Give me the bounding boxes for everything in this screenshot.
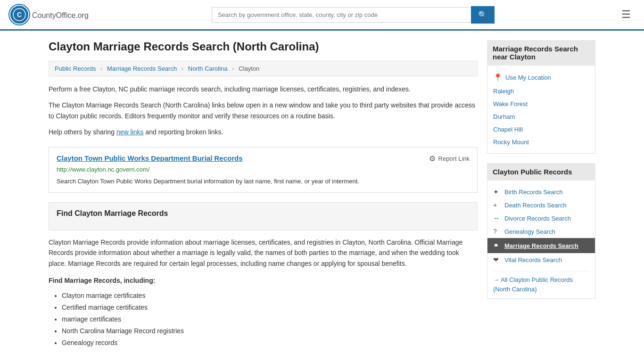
sidebar-link-label: Genealogy Search: [504, 228, 555, 235]
sidebar: Marriage Records Search near Clayton 📍 U…: [487, 40, 595, 356]
record-desc: Search Clayton Town Public Works Departm…: [57, 177, 470, 186]
sidebar-active-item[interactable]: ⚭Marriage Records Search: [487, 238, 595, 253]
find-list: Clayton marriage certificatesCertified m…: [49, 290, 478, 349]
sidebar-link-icon: +: [493, 201, 501, 209]
report-label: Report Link: [438, 155, 470, 162]
record-link-block: Clayton Town Public Works Department Bur…: [49, 147, 478, 193]
breadcrumb-public-records[interactable]: Public Records: [55, 65, 96, 72]
sidebar-link-item[interactable]: ↔Divorce Records Search: [493, 212, 589, 225]
breadcrumb-clayton: Clayton: [239, 65, 259, 72]
record-link-header: Clayton Town Public Works Department Bur…: [57, 154, 470, 163]
nearby-link[interactable]: Raleigh: [493, 85, 589, 98]
description-1: Perform a free Clayton, NC public marria…: [49, 84, 478, 94]
nearby-links: RaleighWake ForestDurhamChapel HillRocky…: [493, 85, 589, 148]
public-records-section: Clayton Public Records ✦Birth Records Se…: [487, 163, 595, 299]
logo-icon: C: [9, 5, 29, 25]
nearby-link[interactable]: Durham: [493, 110, 589, 123]
breadcrumb-sep-1: ›: [100, 65, 102, 72]
description-2: The Clayton Marriage Records Search (Nor…: [49, 100, 478, 121]
sidebar-link-icon: ↔: [493, 214, 501, 222]
find-section-body: Clayton Marriage Records provide informa…: [49, 230, 478, 356]
sidebar-link-icon: ✦: [493, 188, 501, 196]
help-text: Help others by sharing new links and rep…: [49, 127, 478, 137]
find-list-item: Certified marriage certificates: [62, 302, 478, 313]
public-records-links: ✦Birth Records Search+Death Records Sear…: [493, 185, 589, 266]
nearby-body: 📍 Use My Location RaleighWake ForestDurh…: [487, 66, 595, 154]
find-section-title: Find Clayton Marriage Records: [57, 209, 470, 218]
breadcrumb: Public Records › Marriage Records Search…: [49, 61, 478, 76]
report-link-button[interactable]: ⚙ Report Link: [429, 154, 470, 163]
sidebar-link-item[interactable]: ?Genealogy Search: [493, 225, 589, 238]
use-location-button[interactable]: 📍 Use My Location: [493, 70, 589, 85]
site-header: C CountyOffice.org 🔍 ☰: [0, 0, 644, 31]
all-records-label: All Clayton Public Records (North Caroli…: [493, 276, 573, 293]
help-text-after: and reporting broken links.: [145, 128, 223, 136]
search-button[interactable]: 🔍: [471, 6, 495, 24]
sidebar-link-item[interactable]: +Death Records Search: [493, 198, 589, 212]
use-location-label: Use My Location: [505, 74, 551, 81]
help-text-before: Help others by sharing: [49, 128, 115, 136]
breadcrumb-sep-2: ›: [182, 65, 183, 72]
menu-icon[interactable]: ☰: [618, 7, 635, 23]
find-section: Find Clayton Marriage Records: [49, 202, 478, 230]
all-records-arrow: →: [493, 276, 501, 283]
all-records-area: → All Clayton Public Records (North Caro…: [493, 271, 589, 294]
nearby-link[interactable]: Wake Forest: [493, 98, 589, 110]
content-area: Clayton Marriage Records Search (North C…: [49, 40, 478, 356]
find-including-label: Find Marriage Records, including:: [49, 275, 478, 286]
find-list-item: Genealogy records: [62, 337, 478, 349]
sidebar-link-label: Death Records Search: [504, 202, 567, 209]
search-area: 🔍: [212, 6, 495, 24]
find-list-item: marriage certificates: [62, 313, 478, 325]
svg-text:C: C: [17, 11, 22, 18]
sidebar-link-label: Marriage Records Search: [504, 242, 578, 249]
record-url[interactable]: http://www.clayton.nc.govern.com/: [57, 166, 470, 173]
public-records-title: Clayton Public Records: [487, 163, 595, 181]
public-records-body: ✦Birth Records Search+Death Records Sear…: [487, 181, 595, 299]
record-link-title[interactable]: Clayton Town Public Works Department Bur…: [57, 154, 243, 162]
sidebar-link-icon: ❤: [493, 256, 501, 263]
sidebar-link-icon: ⚭: [493, 242, 501, 249]
sidebar-link-label: Vital Records Search: [504, 256, 562, 263]
page-title: Clayton Marriage Records Search (North C…: [49, 40, 478, 53]
sidebar-link-label: Divorce Records Search: [504, 215, 571, 222]
logo-text: CountyOffice.org: [32, 9, 89, 20]
logo-area[interactable]: C CountyOffice.org: [9, 5, 89, 25]
find-body-text: Clayton Marriage Records provide informa…: [49, 237, 478, 269]
main-container: Clayton Marriage Records Search (North C…: [39, 31, 605, 362]
logo-org: .org: [75, 11, 89, 19]
location-icon: 📍: [493, 73, 503, 82]
nearby-title: Marriage Records Search near Clayton: [487, 40, 595, 66]
header-right: ☰: [618, 7, 635, 23]
breadcrumb-marriage-records[interactable]: Marriage Records Search: [107, 65, 177, 72]
find-list-item: North Carolina Marriage Record registrie…: [62, 325, 478, 337]
logo-name: CountyOffice: [32, 11, 75, 19]
report-icon: ⚙: [429, 154, 436, 163]
nearby-link[interactable]: Rocky Mount: [493, 136, 589, 148]
sidebar-link-icon: ?: [493, 228, 501, 235]
new-links-link[interactable]: new links: [116, 128, 144, 136]
find-list-item: Clayton marriage certificates: [62, 290, 478, 302]
all-records-link[interactable]: → All Clayton Public Records (North Caro…: [493, 276, 573, 293]
breadcrumb-sep-3: ›: [232, 65, 234, 72]
nearby-section: Marriage Records Search near Clayton 📍 U…: [487, 40, 595, 154]
breadcrumb-north-carolina[interactable]: North Carolina: [188, 65, 228, 72]
search-input[interactable]: [212, 7, 471, 23]
sidebar-link-item[interactable]: ✦Birth Records Search: [493, 185, 589, 198]
sidebar-link-item[interactable]: ❤Vital Records Search: [493, 253, 589, 266]
sidebar-link-label: Birth Records Search: [504, 189, 563, 196]
nearby-link[interactable]: Chapel Hill: [493, 123, 589, 136]
